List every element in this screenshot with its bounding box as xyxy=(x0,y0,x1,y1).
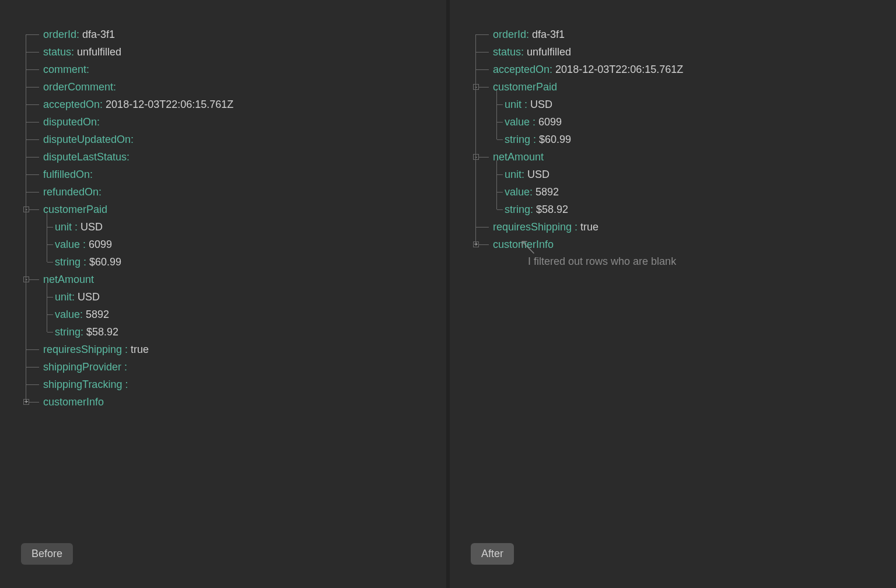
tree-row: value: 5892 xyxy=(21,306,446,323)
tree-key: fulfilledOn: xyxy=(43,169,93,180)
tree-row: refundedOn: xyxy=(21,183,446,201)
tree-key: unit: xyxy=(55,291,75,303)
tree-row: disputedOn: xyxy=(21,113,446,131)
label-after: After xyxy=(471,543,514,565)
pane-after: orderId: dfa-3f1status: unfulfilledaccep… xyxy=(450,0,896,588)
tree-value: USD xyxy=(527,169,550,180)
app-root: orderId: dfa-3f1status: unfulfilledcomme… xyxy=(0,0,896,588)
tree-row: fulfilledOn: xyxy=(21,166,446,183)
tree-key: unit: xyxy=(505,169,524,180)
tree-after: orderId: dfa-3f1status: unfulfilledaccep… xyxy=(471,26,896,253)
tree-row: value : 6099 xyxy=(471,113,896,131)
collapse-icon[interactable]: - xyxy=(23,206,29,212)
tree-key: disputedOn: xyxy=(43,116,100,128)
tree-row: status: unfulfilled xyxy=(471,43,896,61)
collapse-icon[interactable]: - xyxy=(23,276,29,282)
tree-row: -netAmount xyxy=(471,148,896,166)
pane-before: orderId: dfa-3f1status: unfulfilledcomme… xyxy=(0,0,446,588)
tree-row: string: $58.92 xyxy=(21,323,446,341)
tree-key: customerPaid xyxy=(493,81,557,93)
tree-row: string : $60.99 xyxy=(21,253,446,271)
tree-value: USD xyxy=(530,99,552,110)
tree-key: shippingTracking : xyxy=(43,379,128,390)
tree-value: true xyxy=(131,344,149,355)
tree-value: unfulfilled xyxy=(77,46,121,58)
tree-key: refundedOn: xyxy=(43,186,102,198)
tree-row: orderId: dfa-3f1 xyxy=(21,26,446,43)
tree-row: acceptedOn: 2018-12-03T22:06:15.761Z xyxy=(21,96,446,113)
tree-row: +customerInfo xyxy=(21,393,446,411)
tree-key: netAmount xyxy=(493,151,544,163)
tree-value: unfulfilled xyxy=(527,46,571,58)
tree-key: netAmount xyxy=(43,274,94,285)
tree-row: unit: USD xyxy=(471,166,896,183)
collapse-icon[interactable]: - xyxy=(473,154,479,160)
tree-value: 2018-12-03T22:06:15.761Z xyxy=(555,64,683,75)
tree-key: string: xyxy=(505,204,533,215)
tree-value: dfa-3f1 xyxy=(532,29,565,40)
tree-row: comment: xyxy=(21,61,446,78)
tree-key: orderId: xyxy=(493,29,529,40)
expand-icon[interactable]: + xyxy=(23,399,29,405)
tree-key: value: xyxy=(55,309,83,320)
tree-row: string: $58.92 xyxy=(471,201,896,218)
tree-key: value : xyxy=(505,116,536,128)
tree-row: orderComment: xyxy=(21,78,446,96)
tree-row: shippingProvider : xyxy=(21,358,446,376)
tree-key: shippingProvider : xyxy=(43,361,127,373)
tree-row: requiresShipping : true xyxy=(471,218,896,236)
tree-key: status: xyxy=(43,46,74,58)
tree-key: string: xyxy=(55,326,83,338)
tree-before: orderId: dfa-3f1status: unfulfilledcomme… xyxy=(21,26,446,411)
tree-row: status: unfulfilled xyxy=(21,43,446,61)
tree-row: orderId: dfa-3f1 xyxy=(471,26,896,43)
collapse-icon[interactable]: - xyxy=(473,84,479,90)
tree-key: orderId: xyxy=(43,29,79,40)
tree-key: value: xyxy=(505,186,533,198)
tree-key: unit : xyxy=(505,99,527,110)
tree-key: disputeLastStatus: xyxy=(43,151,130,163)
tree-key: string : xyxy=(55,256,86,268)
tree-row: disputeLastStatus: xyxy=(21,148,446,166)
tree-row: requiresShipping : true xyxy=(21,341,446,358)
tree-value: 5892 xyxy=(536,186,559,198)
tree-value: 6099 xyxy=(538,116,562,128)
tree-key: acceptedOn: xyxy=(493,64,552,75)
label-before: Before xyxy=(21,543,73,565)
tree-row: value : 6099 xyxy=(21,236,446,253)
tree-key: customerPaid xyxy=(43,204,107,215)
tree-row: -netAmount xyxy=(21,271,446,288)
tree-key: orderComment: xyxy=(43,81,116,93)
tree-value: 6099 xyxy=(89,239,112,250)
tree-key: acceptedOn: xyxy=(43,99,103,110)
tree-value: $60.99 xyxy=(89,256,121,268)
tree-value: $58.92 xyxy=(86,326,118,338)
tree-row: shippingTracking : xyxy=(21,376,446,393)
tree-row: -customerPaid xyxy=(21,201,446,218)
tree-row: unit : USD xyxy=(21,218,446,236)
tree-row: -customerPaid xyxy=(471,78,896,96)
tree-row: string : $60.99 xyxy=(471,131,896,148)
tree-key: comment: xyxy=(43,64,89,75)
tree-value: 2018-12-03T22:06:15.761Z xyxy=(106,99,233,110)
expand-icon[interactable]: + xyxy=(473,242,479,247)
tree-value: USD xyxy=(80,221,103,233)
tree-key: unit : xyxy=(55,221,78,233)
tree-row: disputeUpdatedOn: xyxy=(21,131,446,148)
tree-row: acceptedOn: 2018-12-03T22:06:15.761Z xyxy=(471,61,896,78)
tree-value: dfa-3f1 xyxy=(82,29,115,40)
tree-key: requiresShipping : xyxy=(43,344,128,355)
tree-key: disputeUpdatedOn: xyxy=(43,134,134,145)
tree-row: value: 5892 xyxy=(471,183,896,201)
tree-value: USD xyxy=(78,291,100,303)
tree-value: $60.99 xyxy=(539,134,571,145)
tree-value: 5892 xyxy=(86,309,109,320)
tree-key: value : xyxy=(55,239,86,250)
tree-row: unit: USD xyxy=(21,288,446,306)
tree-value: $58.92 xyxy=(536,204,568,215)
annotation-note: I filtered out rows who are blank xyxy=(528,256,676,268)
tree-key: string : xyxy=(505,134,536,145)
tree-key: customerInfo xyxy=(43,396,104,408)
tree-key: requiresShipping : xyxy=(493,221,578,233)
tree-key: status: xyxy=(493,46,524,58)
